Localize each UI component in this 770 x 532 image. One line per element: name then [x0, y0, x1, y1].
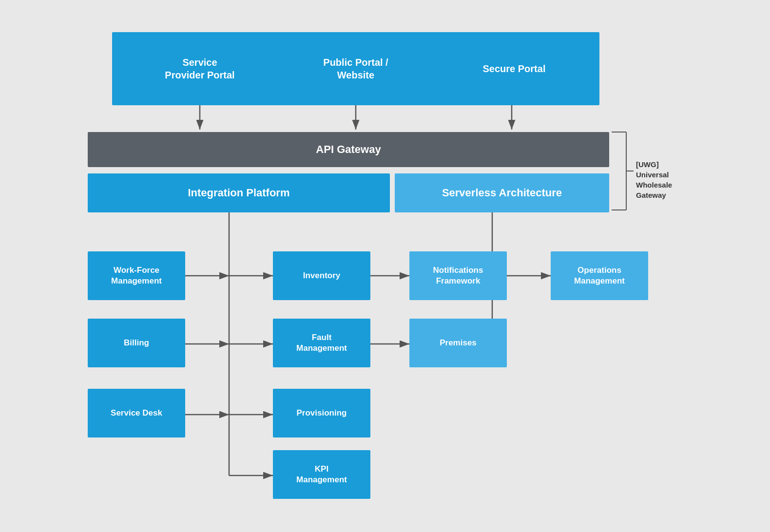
architecture-diagram: Service Provider Portal Public Portal / … — [68, 18, 702, 514]
operations-management-box: Operations Management — [551, 251, 648, 300]
billing-box: Billing — [88, 319, 185, 367]
integration-platform-box: Integration Platform — [88, 173, 390, 212]
premises-box: Premises — [409, 319, 507, 367]
workforce-management-box: Work-Force Management — [88, 251, 185, 300]
inventory-box: Inventory — [273, 251, 370, 300]
notifications-framework-box: Notifications Framework — [409, 251, 507, 300]
kpi-management-box: KPI Management — [273, 450, 370, 499]
bracket-label: [UWG] Universal Wholesale Gateway — [636, 149, 672, 200]
secure-portal-box: Secure Portal — [429, 32, 599, 105]
public-portal-box: Public Portal / Website — [270, 32, 441, 105]
provisioning-box: Provisioning — [273, 389, 370, 437]
fault-management-box: Fault Management — [273, 319, 370, 367]
service-provider-portal-box: Service Provider Portal — [112, 32, 288, 105]
serverless-architecture-box: Serverless Architecture — [395, 173, 609, 212]
service-desk-box: Service Desk — [88, 389, 185, 437]
api-gateway-box: API Gateway — [88, 132, 609, 167]
